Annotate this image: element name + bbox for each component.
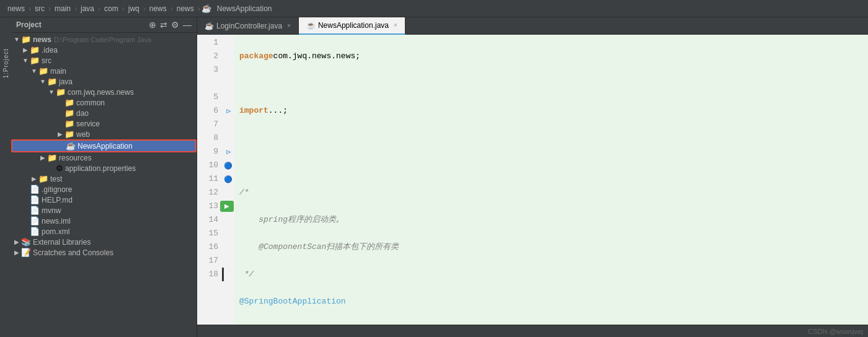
breadcrumb-java[interactable]: java	[78, 3, 97, 14]
vertical-tab-panel: 1:Project	[0, 17, 11, 337]
tree-item-web[interactable]: ▶ 📁 web	[11, 129, 197, 139]
tab-newsapplication[interactable]: ☕ NewsApplication.java ×	[299, 17, 405, 35]
label-main: main	[50, 67, 66, 76]
run-button[interactable]: ▶	[220, 201, 234, 212]
tree-item-package[interactable]: ▼ 📁 com.jwq.news.news	[11, 87, 197, 97]
code-line-6: /*	[239, 186, 863, 199]
arrow-news: ▼	[12, 36, 21, 43]
arrow-extlibs: ▶	[12, 239, 21, 245]
tree-item-helpmd[interactable]: 📄 HELP.md	[11, 195, 197, 205]
arrow-main: ▼	[30, 68, 38, 74]
code-line-2	[239, 77, 863, 90]
sidebar-title: Project	[16, 20, 42, 29]
tree-item-scratches[interactable]: ▶ 📝 Scratches and Consoles	[11, 247, 197, 258]
breadcrumb-com[interactable]: com	[102, 3, 121, 14]
tree-item-mvnw[interactable]: 📄 mvnw	[11, 205, 197, 216]
arrow-package: ▼	[47, 89, 56, 95]
label-news-path: D:\Program Code\Program Java	[54, 36, 151, 43]
tree-item-newsapplication[interactable]: ☕ NewsApplication	[11, 139, 197, 152]
status-bar: CSDN @wswsjwq	[197, 325, 868, 337]
folder-icon-idea: 📁	[30, 45, 40, 55]
tree-item-service[interactable]: 📁 service	[11, 118, 197, 129]
tab-close-logincontroller[interactable]: ×	[287, 22, 291, 29]
breadcrumb-news3[interactable]: news	[174, 3, 197, 14]
breadcrumb-news[interactable]: news	[5, 3, 27, 14]
breadcrumb-main[interactable]: main	[52, 3, 73, 14]
code-editor[interactable]: 1 2 3 5 6 7 8 9 10 11 12 13 14 15 16 1	[197, 35, 868, 325]
breadcrumb: news › src › main › java › com › jwq › n…	[5, 3, 274, 14]
java-icon-newsapp-tab: ☕	[306, 21, 316, 30]
label-appprops: application.properties	[65, 164, 136, 173]
tab-logincontroller[interactable]: ☕ LoginController.java ×	[197, 17, 299, 35]
tree-item-extlibs[interactable]: ▶ 📚 External Libraries	[11, 237, 197, 247]
sidebar: Project ⊕ ⇄ ⚙ — ▼ 📁 news D:\Program Code…	[11, 17, 197, 337]
run-arrow-icon: ▶	[224, 199, 229, 213]
arrow-idea: ▶	[21, 46, 30, 53]
arrow-src: ▼	[21, 57, 30, 64]
tree-item-resources[interactable]: ▶ 📁 resources	[11, 152, 197, 163]
label-mvnw: mvnw	[42, 206, 61, 215]
label-common: common	[76, 98, 105, 107]
tab-close-newsapplication[interactable]: ×	[394, 22, 397, 28]
code-line-9: */	[239, 268, 863, 281]
sidebar-close-icon[interactable]: —	[183, 20, 192, 30]
folder-icon-dao: 📁	[64, 108, 74, 118]
label-test: test	[50, 175, 62, 183]
tree-item-gitignore[interactable]: 📄 .gitignore	[11, 184, 197, 195]
code-content[interactable]: package com.jwq.news.news; import ...; /…	[234, 35, 868, 325]
sidebar-collapse-icon[interactable]: ⇄	[160, 20, 167, 30]
folder-icon-main: 📁	[38, 66, 48, 76]
label-extlibs: External Libraries	[33, 238, 91, 247]
line-numbers: 1 2 3 5 6 7 8 9 10 11 12 13 14 15 16 1	[197, 35, 222, 325]
sidebar-settings-icon[interactable]: ⚙	[171, 20, 179, 30]
label-web: web	[76, 130, 90, 139]
folder-icon-service: 📁	[64, 119, 74, 128]
code-line-7: spring程序的启动类,	[239, 213, 863, 227]
project-tab-label[interactable]: 1:Project	[2, 48, 9, 78]
file-icon-gitignore: 📄	[30, 185, 40, 194]
arrow-test: ▶	[30, 175, 38, 182]
folder-icon-java: 📁	[47, 77, 57, 86]
breadcrumb-jwq[interactable]: jwq	[126, 3, 142, 14]
tab-label-logincontroller: LoginController.java	[216, 22, 282, 30]
tree-item-idea[interactable]: ▶ 📁 .idea	[11, 45, 197, 55]
label-java: java	[59, 77, 73, 86]
label-helpmd: HELP.md	[42, 196, 73, 204]
arrow-resources: ▶	[38, 154, 47, 161]
tree-item-appprops[interactable]: ⚙ application.properties	[11, 163, 197, 173]
label-pomxml: pom.xml	[42, 227, 69, 236]
arrow-web: ▶	[56, 131, 64, 138]
tree-item-common[interactable]: 📁 common	[11, 97, 197, 108]
tab-label-newsapplication: NewsApplication.java	[318, 21, 389, 30]
tree-item-dao[interactable]: 📁 dao	[11, 108, 197, 118]
breadcrumb-src[interactable]: src	[32, 3, 47, 14]
tree-item-newsiml[interactable]: 📄 news.iml	[11, 216, 197, 226]
label-service: service	[76, 120, 100, 128]
breadcrumb-newsapplication[interactable]: NewsApplication	[215, 3, 275, 14]
sidebar-sync-icon[interactable]: ⊕	[149, 20, 156, 30]
label-newsapplication: NewsApplication	[78, 142, 133, 151]
file-icon-helpmd: 📄	[30, 195, 40, 204]
breadcrumb-news2[interactable]: news	[147, 3, 169, 14]
status-text: CSDN @wswsjwq	[808, 328, 863, 335]
folder-icon-common: 📁	[64, 98, 74, 107]
tree-item-src[interactable]: ▼ 📁 src	[11, 55, 197, 66]
folder-icon-src: 📁	[30, 56, 40, 65]
tree-item-pomxml[interactable]: 📄 pom.xml	[11, 226, 197, 237]
tree-item-java[interactable]: ▼ 📁 java	[11, 76, 197, 87]
label-resources: resources	[59, 154, 92, 162]
code-line-3: import ...;	[239, 104, 863, 118]
folder-icon-package: 📁	[56, 87, 66, 97]
tree-item-test[interactable]: ▶ 📁 test	[11, 173, 197, 184]
label-news: news	[33, 35, 51, 44]
tree-item-main[interactable]: ▼ 📁 main	[11, 66, 197, 76]
gutter: ⊳ ⊳ 🔵 🔵 ▶	[222, 35, 234, 325]
tree-item-news-root[interactable]: ▼ 📁 news D:\Program Code\Program Java	[11, 34, 197, 45]
code-line-4	[239, 131, 863, 145]
folder-icon-web: 📁	[64, 129, 74, 139]
label-src: src	[42, 56, 51, 65]
folder-icon-test: 📁	[38, 174, 48, 183]
scratches-icon: 📝	[21, 248, 31, 257]
label-scratches: Scratches and Consoles	[33, 248, 113, 257]
java-icon-login: ☕	[205, 22, 214, 30]
